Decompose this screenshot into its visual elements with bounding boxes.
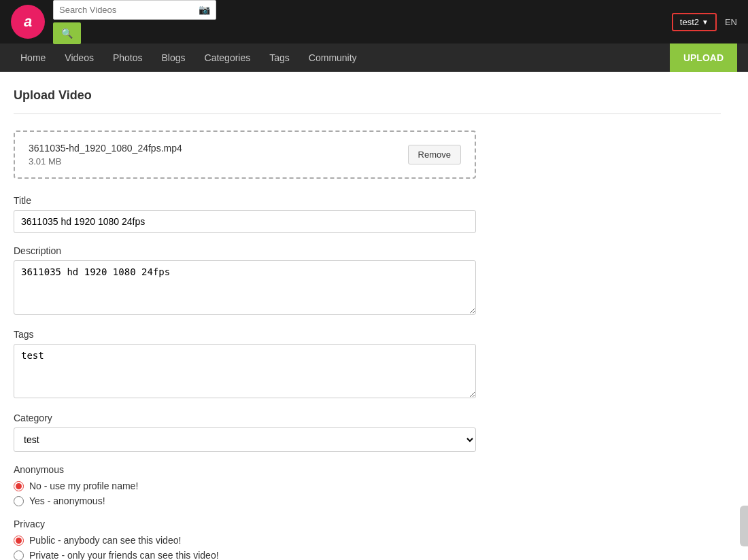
file-size: 3.01 MB [29, 156, 182, 167]
privacy-public-radio[interactable] [14, 536, 24, 546]
main-content: Upload Video 3611035-hd_1920_1080_24fps.… [0, 72, 734, 560]
nav-item-blogs[interactable]: Blogs [152, 43, 195, 72]
logo: a [11, 5, 45, 39]
header-right: test2 ▼ EN [672, 13, 737, 31]
nav: Home Videos Photos Blogs Categories Tags… [0, 43, 748, 72]
logo-letter: a [24, 13, 32, 31]
user-label: test2 [680, 17, 699, 27]
tags-textarea[interactable]: test [14, 344, 476, 398]
header: a 📷 🔍 test2 ▼ EN [0, 0, 748, 43]
privacy-label: Privacy [14, 519, 721, 529]
description-group: Description 3611035 hd 1920 1080 24fps [14, 245, 476, 317]
tags-group: Tags test [14, 329, 476, 400]
divider [14, 113, 721, 114]
title-label: Title [14, 195, 476, 206]
anonymous-no-label: No - use my profile name! [29, 480, 138, 491]
title-input[interactable] [14, 210, 476, 233]
anonymous-no-item[interactable]: No - use my profile name! [14, 480, 721, 491]
privacy-private-item[interactable]: Private - only your friends can see this… [14, 550, 721, 560]
user-menu-button[interactable]: test2 ▼ [672, 13, 717, 31]
nav-item-home[interactable]: Home [11, 43, 55, 72]
category-label: Category [14, 413, 476, 423]
scrollbar[interactable] [740, 506, 748, 546]
page-title: Upload Video [14, 88, 721, 103]
tags-label: Tags [14, 329, 476, 340]
nav-item-photos[interactable]: Photos [103, 43, 152, 72]
title-group: Title [14, 195, 476, 233]
file-info: 3611035-hd_1920_1080_24fps.mp4 3.01 MB [29, 143, 182, 167]
upload-nav-button[interactable]: UPLOAD [670, 43, 737, 72]
privacy-public-item[interactable]: Public - anybody can see this video! [14, 535, 721, 546]
caret-icon: ▼ [702, 18, 709, 26]
description-textarea[interactable]: 3611035 hd 1920 1080 24fps [14, 260, 476, 315]
nav-item-tags[interactable]: Tags [260, 43, 299, 72]
search-button[interactable]: 🔍 [53, 22, 81, 44]
anonymous-yes-label: Yes - anonymous! [29, 495, 105, 506]
privacy-private-radio[interactable] [14, 550, 24, 561]
anonymous-label: Anonymous [14, 464, 721, 475]
category-group: Category test [14, 413, 476, 452]
language-label: EN [725, 17, 737, 27]
anonymous-yes-radio[interactable] [14, 496, 24, 506]
nav-item-videos[interactable]: Videos [55, 43, 103, 72]
search-area: 📷 🔍 [53, 0, 216, 44]
remove-file-button[interactable]: Remove [408, 145, 461, 164]
nav-item-categories[interactable]: Categories [195, 43, 260, 72]
category-select[interactable]: test [14, 427, 476, 452]
file-drop-zone: 3611035-hd_1920_1080_24fps.mp4 3.01 MB R… [14, 130, 476, 179]
privacy-private-label: Private - only your friends can see this… [29, 550, 219, 560]
privacy-group: Privacy Public - anybody can see this vi… [14, 519, 721, 560]
camera-icon: 📷 [193, 1, 216, 18]
anonymous-yes-item[interactable]: Yes - anonymous! [14, 495, 721, 506]
nav-item-community[interactable]: Community [299, 43, 367, 72]
anonymous-no-radio[interactable] [14, 481, 24, 491]
file-name: 3611035-hd_1920_1080_24fps.mp4 [29, 143, 182, 154]
search-row: 📷 [53, 0, 216, 20]
privacy-public-label: Public - anybody can see this video! [29, 535, 181, 546]
anonymous-group: Anonymous No - use my profile name! Yes … [14, 464, 721, 506]
description-label: Description [14, 245, 476, 256]
search-input[interactable] [54, 1, 193, 19]
